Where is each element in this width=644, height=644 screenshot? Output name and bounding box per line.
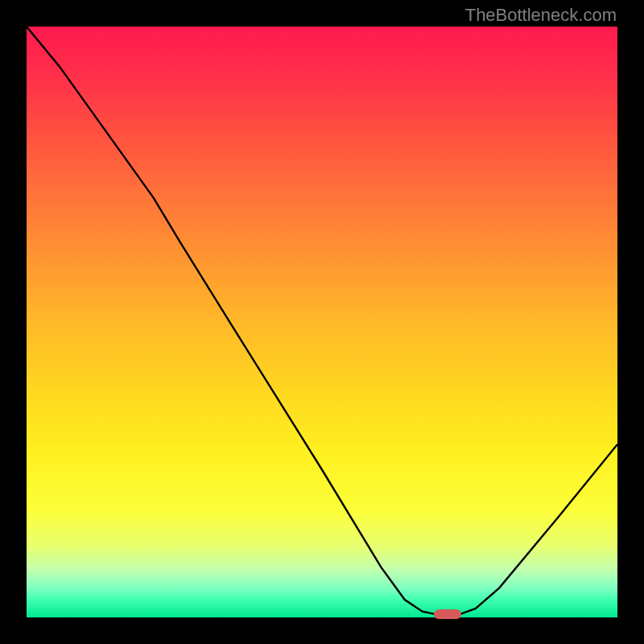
optimal-point-marker: [434, 609, 461, 619]
watermark-text: TheBottleneck.com: [465, 5, 617, 26]
chart-container: TheBottleneck.com: [0, 0, 644, 644]
bottleneck-curve: [27, 27, 617, 617]
